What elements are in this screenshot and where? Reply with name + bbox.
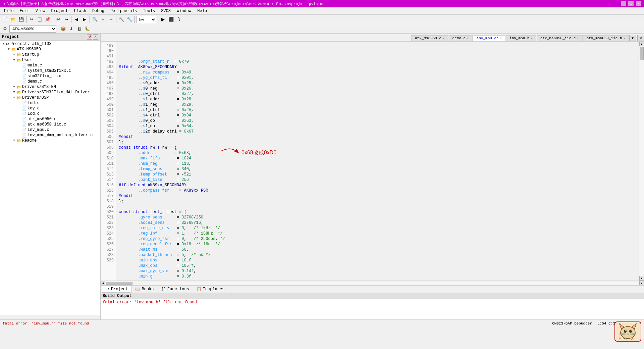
sidebar-close-button[interactable]: ✕ [93, 34, 98, 40]
h-scroll-thumb[interactable] [106, 282, 132, 285]
tree-expand-icon[interactable]: ▼ [12, 85, 16, 89]
tree-item-18[interactable]: ▼📂Readme [0, 138, 100, 143]
menu-item-file[interactable]: File [1, 8, 16, 14]
paste-button[interactable]: 📌 [44, 16, 51, 23]
scroll-track[interactable] [639, 46, 644, 276]
menu-item-flash[interactable]: Flash [71, 8, 89, 14]
menu-item-debug[interactable]: Debug [90, 8, 107, 14]
code-content[interactable]: .prgm_start_h = 0x70#ifdef AK89xx_SECOND… [116, 42, 639, 281]
tree-expand-icon[interactable]: ▼ [12, 90, 16, 94]
tree-expand-icon[interactable] [17, 101, 21, 105]
tree-item-8[interactable]: ▼📂Drivers/SYSTEM [0, 84, 100, 90]
tree-item-12[interactable]: 📄key.c [0, 106, 100, 111]
forward-button[interactable]: ▶ [81, 16, 88, 23]
new-file-button[interactable]: 📄 [1, 16, 9, 23]
flash-download-button[interactable]: ⬇ [67, 25, 75, 33]
tree-expand-icon[interactable]: ▼ [1, 42, 5, 46]
copy-button[interactable]: 📋 [36, 16, 43, 23]
menu-item-svcs[interactable]: SVCS [158, 8, 173, 14]
close-button[interactable]: ✕ [635, 1, 641, 6]
tree-item-16[interactable]: 📄inv_mpu.c [0, 127, 100, 133]
build-button[interactable]: 🔨 [118, 16, 125, 23]
tree-item-2[interactable]: ▼📂Startup [0, 52, 100, 57]
tree-item-14[interactable]: 📄atk_ms6050.c [0, 116, 100, 122]
scroll-right-button[interactable]: ▶ [639, 281, 644, 286]
tab-close-icon[interactable]: ✕ [467, 37, 469, 40]
tree-expand-icon[interactable] [17, 74, 21, 78]
tree-expand-icon[interactable]: ▼ [12, 58, 16, 62]
code-horizontal-scrollbar[interactable]: ◀ ▶ [101, 281, 644, 285]
tree-item-11[interactable]: 📄led.c [0, 100, 100, 106]
back-button[interactable]: ◀ [73, 16, 80, 23]
save-button[interactable]: 💾 [17, 16, 25, 23]
outdent-button[interactable]: ← [107, 16, 115, 23]
tree-expand-icon[interactable] [17, 80, 21, 84]
stop-button[interactable]: ⬛ [167, 16, 175, 23]
tree-item-17[interactable]: 📄inv_mpu_dmp_motion_driver.c [0, 133, 100, 138]
scroll-up-button[interactable]: ▲ [639, 42, 644, 46]
tree-expand-icon[interactable] [17, 128, 21, 132]
step-over-button[interactable]: ⤵ [175, 16, 183, 23]
tree-expand-icon[interactable]: ▼ [7, 47, 11, 51]
build-output-content[interactable]: fatal error: 'inv_mpu.h' file not found [101, 299, 644, 319]
tree-expand-icon[interactable]: ▼ [12, 96, 16, 100]
cat-avatar[interactable]: 中 ◕‿◕ 文 [614, 321, 641, 342]
tab-atk-ms6050-iic-c[interactable]: atk_ms6050_iic.c✕ [537, 35, 583, 41]
tab-close-icon[interactable]: ✕ [531, 37, 532, 40]
tree-expand-icon[interactable]: ▼ [12, 139, 16, 143]
tree-item-15[interactable]: 📄atk_ms6050_iic.c [0, 122, 100, 127]
target-dropdown[interactable]: hw [136, 16, 156, 23]
tree-expand-icon[interactable] [17, 122, 21, 127]
vertical-scrollbar[interactable]: ▲ ▼ [639, 42, 644, 281]
tab-atk-ms6050-iic-h[interactable]: atk_ms6050_iic.h✕ [583, 35, 629, 41]
manage-button[interactable]: 📦 [59, 25, 67, 33]
tab-close-icon[interactable]: ✕ [624, 37, 625, 40]
tree-item-7[interactable]: 📄demo.c [0, 79, 100, 84]
tab-inv-mpu-c-[interactable]: inv_mpu.c*✕ [473, 35, 505, 42]
scroll-down-button[interactable]: ▼ [639, 276, 644, 281]
tree-item-4[interactable]: 📄main.c [0, 63, 100, 68]
tree-expand-icon[interactable] [17, 133, 21, 137]
tree-expand-icon[interactable] [17, 106, 21, 110]
indent-button[interactable]: → [99, 16, 107, 23]
debug-start-button[interactable]: ▶ [159, 16, 167, 23]
tree-item-3[interactable]: ▼📂User [0, 57, 100, 63]
menu-item-project[interactable]: Project [48, 8, 70, 14]
tree-item-9[interactable]: ▼📂Drivers/STM32F1xx_HAL_Driver [0, 90, 100, 95]
tree-expand-icon[interactable] [17, 112, 21, 116]
menu-item-tools[interactable]: Tools [140, 8, 158, 14]
flash-erase-button[interactable]: 🗑 [75, 25, 83, 33]
tree-expand-icon[interactable] [17, 69, 21, 73]
tab-demo-c[interactable]: demo.c✕ [449, 35, 473, 41]
bottom-tab-functions[interactable]: {}Functions [157, 286, 193, 293]
tree-expand-icon[interactable] [17, 63, 21, 67]
code-scroll-area[interactable]: 4894904914924934944954964974984995005015… [101, 42, 639, 281]
open-button[interactable]: 📂 [9, 16, 17, 23]
tree-expand-icon[interactable] [17, 117, 21, 121]
scroll-thumb[interactable] [640, 47, 644, 60]
tree-expand-icon[interactable]: ▼ [12, 53, 16, 57]
bottom-tab-templates[interactable]: 📋Templates [193, 286, 228, 293]
redo-button[interactable]: ↪ [62, 16, 70, 23]
menu-item-help[interactable]: Help [195, 8, 210, 14]
tree-item-10[interactable]: ▼📂Drivers/BSP [0, 95, 100, 100]
tab-close-icon[interactable]: ✕ [500, 37, 502, 40]
rebuild-button[interactable]: 🔧 [126, 16, 133, 23]
menu-item-edit[interactable]: Edit [17, 8, 32, 14]
tree-item-13[interactable]: 📄lcd.c [0, 111, 100, 116]
menu-item-window[interactable]: Window [174, 8, 194, 14]
sidebar-tree[interactable]: ▼🗂Project: atk_f103▼📂ATK-MS6050▼📂Startup… [0, 41, 100, 315]
tab-atk-ms6050-c[interactable]: atk_ms6050.c✕ [411, 35, 448, 41]
tab-list-button[interactable]: ▼ [629, 35, 636, 41]
tree-item-1[interactable]: ▼📂ATK-MS6050 [0, 47, 100, 52]
tab-inv-mpu-h[interactable]: inv_mpu.h✕ [506, 35, 536, 41]
maximize-button[interactable]: □ [628, 1, 634, 6]
tab-close-all-button[interactable]: ✕ [637, 35, 644, 41]
debug-button[interactable]: 🐛 [84, 25, 91, 33]
menu-item-peripherals[interactable]: Peripherals [108, 8, 140, 14]
tree-item-0[interactable]: ▼🗂Project: atk_f103 [0, 41, 100, 47]
scroll-left-button[interactable]: ◀ [101, 281, 105, 286]
sidebar-pin-button[interactable]: 📌 [87, 34, 92, 40]
project-dropdown[interactable]: ATK-MS6050 [9, 25, 56, 33]
tab-close-icon[interactable]: ✕ [577, 37, 579, 40]
